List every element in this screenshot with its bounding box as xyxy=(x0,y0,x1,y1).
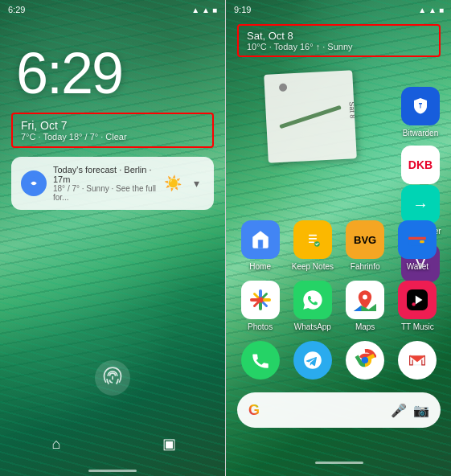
svg-point-7 xyxy=(363,295,367,300)
widget-weather: 10°C · Today 16° ↑ · Sunny xyxy=(247,42,431,51)
notification-expand-button[interactable]: ▾ xyxy=(188,175,204,191)
signal-icon-right: ▲ xyxy=(418,6,426,14)
status-bar-right: 9:19 ▲ ▲ ■ xyxy=(226,0,451,19)
ttmusic-icon xyxy=(398,281,437,319)
notification-card[interactable]: Today's forecast · Berlin · 17m 18° / 7°… xyxy=(11,157,214,210)
wifi-icon: ▲ xyxy=(202,6,210,14)
battery-icon-right: ■ xyxy=(439,6,444,14)
gmail-icon xyxy=(398,341,437,380)
svg-point-14 xyxy=(362,357,368,363)
lock-clock: 6:29 xyxy=(16,40,122,106)
bvg-icon: BVG xyxy=(346,220,384,259)
signal-icon: ▲ xyxy=(191,6,199,14)
google-g-logo: G xyxy=(248,402,260,419)
satellite-apps: Bitwarden DKB DKB xyxy=(397,87,444,196)
sticky-note-widget[interactable]: Sat 8 xyxy=(264,70,357,163)
bottom-navigation-left: ⌂ ▣ xyxy=(0,428,225,460)
sticky-dot xyxy=(279,83,288,92)
status-bar-left: 6:29 ▲ ▲ ■ xyxy=(0,0,225,19)
app-row-4: Photos WhatsApp xyxy=(234,281,444,331)
keep-label: Keep Notes xyxy=(292,262,334,271)
app-item-bvg[interactable]: BVG Fahrinfo xyxy=(342,220,388,271)
notification-app-icon xyxy=(21,170,47,196)
status-icons-right: ▲ ▲ ■ xyxy=(418,6,444,14)
lock-date-box: Fri, Oct 7 7°C · Today 18° / 7° · Clear xyxy=(11,113,214,148)
fingerprint-sensor[interactable] xyxy=(95,360,130,396)
home-indicator-right xyxy=(315,462,363,464)
status-time-right: 9:19 xyxy=(234,5,251,14)
phone-icon xyxy=(241,341,280,380)
search-bar[interactable]: G 🎤 📷 xyxy=(237,392,441,428)
whatsapp-icon xyxy=(293,281,332,319)
sticky-line xyxy=(279,105,342,128)
lock-screen: 6:29 ▲ ▲ ■ 6:29 Fri, Oct 7 7°C · Today 1… xyxy=(0,0,225,476)
maps-icon xyxy=(346,281,384,319)
dkb-text: DKB xyxy=(408,158,433,171)
chrome-icon xyxy=(346,341,384,380)
app-item-whatsapp[interactable]: WhatsApp xyxy=(289,281,336,331)
recents-button[interactable]: ▣ xyxy=(153,428,185,460)
svg-rect-4 xyxy=(409,237,427,240)
svg-marker-9 xyxy=(354,306,361,311)
app-item-bitwarden[interactable]: Bitwarden xyxy=(397,87,444,137)
notification-body: 18° / 7° · Sunny · See the full for... xyxy=(53,184,158,202)
lock-date: Fri, Oct 7 xyxy=(21,119,204,132)
app-item-ttmusic[interactable]: TT Music xyxy=(394,281,441,331)
home-button[interactable]: ⌂ xyxy=(40,428,72,460)
photos-icon xyxy=(241,281,280,319)
app-grid: Home Keep Notes BVG Fahrinfo xyxy=(234,220,444,380)
app-item-wallet[interactable]: Wallet xyxy=(394,220,441,271)
notification-title: Today's forecast · Berlin · 17m xyxy=(53,165,158,184)
widget-date-box: Sat, Oct 8 10°C · Today 16° ↑ · Sunny xyxy=(237,24,441,57)
svg-point-11 xyxy=(412,302,416,306)
telegram-icon xyxy=(293,341,332,380)
dkb-icon: DKB xyxy=(401,146,440,184)
bvg-label: Fahrinfo xyxy=(351,262,380,271)
lock-weather: 7°C · Today 18° / 7° · Clear xyxy=(21,132,204,142)
wifi-icon-right: ▲ xyxy=(428,6,437,14)
whatsapp-label: WhatsApp xyxy=(294,322,331,331)
wallet-icon xyxy=(398,220,437,259)
app-item-home[interactable]: Home xyxy=(237,220,284,271)
home-screen: 9:19 ▲ ▲ ■ Sat, Oct 8 10°C · Today 16° ↑… xyxy=(226,0,451,476)
app-item-chrome[interactable] xyxy=(342,341,388,380)
app-item-photos[interactable]: Photos xyxy=(237,281,284,331)
notification-content: Today's forecast · Berlin · 17m 18° / 7°… xyxy=(53,165,158,202)
app-item-gmail[interactable] xyxy=(394,341,441,380)
photos-label: Photos xyxy=(248,322,273,331)
voice-search-icon[interactable]: 🎤 xyxy=(391,403,407,418)
app-item-telegram[interactable] xyxy=(289,341,336,380)
app-item-keep[interactable]: Keep Notes xyxy=(289,220,336,271)
wallet-label: Wallet xyxy=(407,262,428,271)
ttmusic-label: TT Music xyxy=(401,322,434,331)
status-time-left: 6:29 xyxy=(8,5,25,14)
notification-right: ☀️ xyxy=(164,174,182,192)
maps-label: Maps xyxy=(355,322,375,331)
status-icons-left: ▲ ▲ ■ xyxy=(191,6,217,14)
app-item-maps[interactable]: Maps xyxy=(342,281,388,331)
battery-icon: ■ xyxy=(212,6,217,14)
home-app-icon xyxy=(241,220,280,259)
citymapper-icon: → xyxy=(401,185,440,224)
keep-icon xyxy=(293,220,332,259)
home-app-label: Home xyxy=(249,262,271,271)
svg-rect-5 xyxy=(420,240,424,243)
bitwarden-label: Bitwarden xyxy=(403,129,438,137)
home-indicator-left xyxy=(88,470,137,472)
app-item-phone[interactable] xyxy=(237,341,284,380)
app-row-5 xyxy=(234,341,444,380)
app-row-3: Home Keep Notes BVG Fahrinfo xyxy=(234,220,444,271)
bitwarden-icon xyxy=(401,87,440,125)
lens-search-icon[interactable]: 📷 xyxy=(413,403,429,418)
widget-date: Sat, Oct 8 xyxy=(247,30,431,42)
weather-icon: ☀️ xyxy=(164,174,182,192)
